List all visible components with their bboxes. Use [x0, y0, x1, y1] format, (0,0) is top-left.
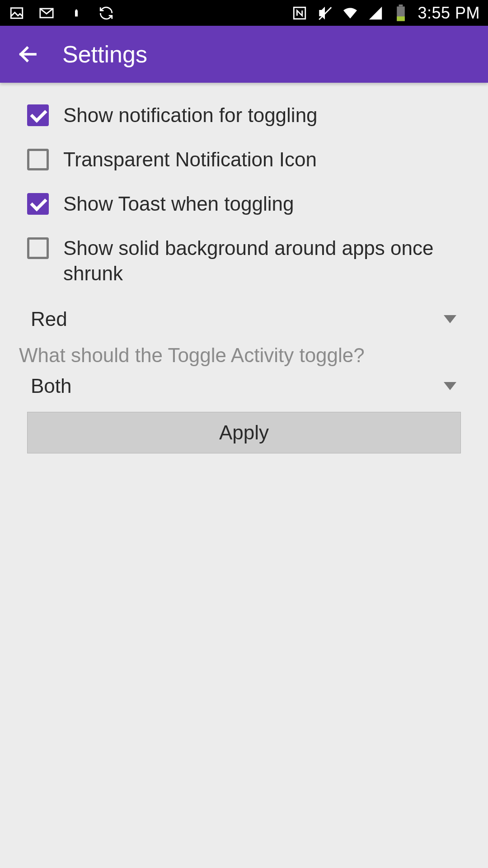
checkbox-row-transparent-icon[interactable]: Transparent Notification Icon	[27, 147, 461, 172]
chevron-down-icon	[444, 382, 456, 390]
apply-button-label: Apply	[219, 421, 269, 444]
svg-rect-2	[75, 10, 78, 17]
toggle-activity-question-label: What should the Toggle Activity toggle?	[19, 344, 461, 367]
toggle-activity-dropdown[interactable]: Both	[18, 372, 461, 400]
checkbox-row-solid-background[interactable]: Show solid background around apps once s…	[27, 236, 461, 286]
checkbox-icon[interactable]	[27, 149, 49, 170]
svg-rect-3	[76, 9, 77, 10]
battery-icon	[392, 5, 409, 22]
checkbox-label: Show Toast when toggling	[63, 191, 294, 217]
signal-icon	[367, 5, 384, 22]
mail-icon	[38, 5, 55, 22]
chevron-down-icon	[444, 315, 456, 323]
status-bar-time: 3:55 PM	[418, 4, 480, 23]
status-bar-right: 3:55 PM	[291, 4, 480, 23]
checkbox-label: Transparent Notification Icon	[63, 147, 317, 172]
checkbox-icon[interactable]	[27, 104, 49, 126]
mute-icon	[316, 5, 333, 22]
checkbox-icon[interactable]	[27, 193, 49, 215]
apply-button[interactable]: Apply	[27, 412, 461, 453]
settings-content: Show notification for toggling Transpare…	[0, 83, 488, 453]
checkbox-label: Show notification for toggling	[63, 103, 318, 128]
checkbox-row-show-notification[interactable]: Show notification for toggling	[27, 103, 461, 128]
battery-low-icon	[68, 5, 85, 22]
app-bar: Settings	[0, 26, 488, 83]
nfc-icon	[291, 5, 308, 22]
checkbox-row-show-toast[interactable]: Show Toast when toggling	[27, 191, 461, 217]
toggle-activity-dropdown-value: Both	[31, 375, 72, 397]
back-arrow-icon[interactable]	[16, 42, 40, 66]
wifi-icon	[342, 5, 359, 22]
svg-rect-7	[399, 5, 403, 6]
checkbox-icon[interactable]	[27, 237, 49, 259]
color-dropdown-value: Red	[31, 308, 67, 330]
svg-rect-0	[11, 8, 23, 18]
image-icon	[8, 5, 25, 22]
checkbox-label: Show solid background around apps once s…	[63, 236, 461, 286]
color-dropdown[interactable]: Red	[18, 305, 461, 333]
svg-rect-8	[397, 16, 405, 21]
sync-icon	[98, 5, 115, 22]
status-bar-left	[8, 5, 115, 22]
page-title: Settings	[62, 41, 147, 68]
status-bar: 3:55 PM	[0, 0, 488, 26]
